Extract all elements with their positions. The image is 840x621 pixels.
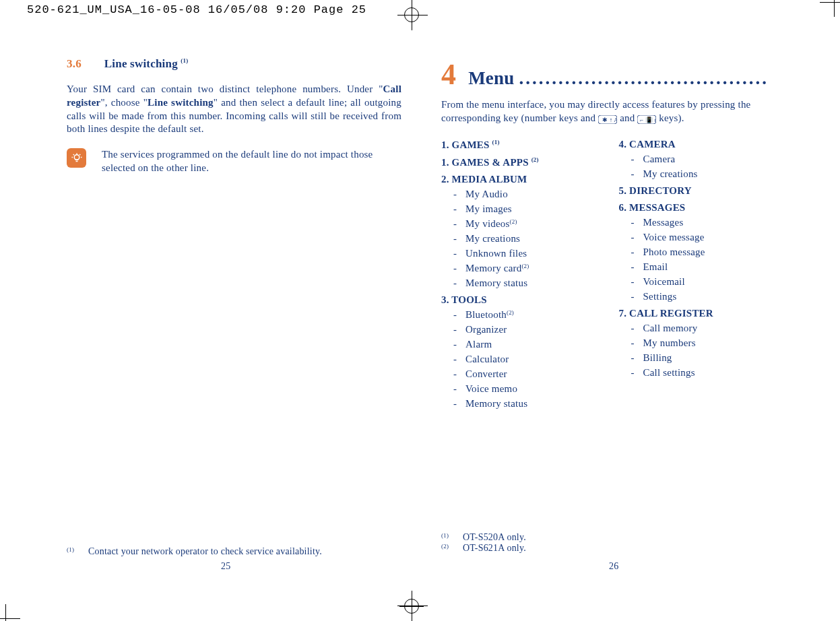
menu-item-label: Email (643, 261, 668, 273)
menu-item-label: My creations (465, 233, 520, 244)
menu-heading: 6. MESSAGES (619, 202, 777, 214)
menu-item-label: Alarm (465, 339, 492, 350)
note-callout: The services programmed on the default l… (67, 148, 401, 175)
menu-item: -Call memory (619, 323, 777, 334)
menu-item-label: Memory status (465, 398, 527, 410)
menu-item-label: Memory card (465, 263, 521, 274)
menu-item-label: Camera (643, 154, 676, 165)
intro-paragraph: From the menu interface, you may directl… (441, 98, 776, 125)
menu-item: -Camera (619, 154, 777, 165)
menu-item-label: Billing (643, 352, 672, 364)
menu-item-label: Voice message (643, 232, 705, 243)
note-text: The services programmed on the default l… (102, 148, 401, 175)
registration-mark-icon (404, 599, 419, 614)
page-left: 3.6 Line switching (1) Your SIM card can… (67, 57, 401, 175)
menu-item-label: Converter (465, 368, 507, 380)
page-number: 25 (221, 561, 230, 572)
menu-item: -Email (619, 261, 777, 273)
footnote: (1) Contact your network operator to che… (67, 546, 322, 557)
menu-item: -Settings (619, 291, 777, 302)
menu-item-label: Unknown files (465, 248, 527, 259)
menu-item-label: My numbers (643, 337, 696, 349)
svg-point-0 (74, 154, 79, 160)
menu-item-label: Memory status (465, 277, 527, 289)
menu-item: -Organizer (441, 324, 599, 335)
menu-item-label: Voice memo (465, 383, 517, 395)
menu-item: -Memory status (441, 398, 599, 410)
menu-item-label: My images (465, 203, 512, 215)
printer-slug-line: 520-621_UM_USA_16-05-08 16/05/08 9:20 Pa… (27, 3, 366, 16)
menu-item-label: Photo message (643, 247, 705, 258)
menu-item: -My videos (2) (441, 218, 599, 230)
menu-item: -Converter (441, 368, 599, 380)
menu-heading: 1. GAMES (1) (441, 139, 599, 151)
menu-item: -Bluetooth (2) (441, 309, 599, 321)
menu-item: -Voicemail (619, 276, 777, 288)
menu-heading: 7. CALL REGISTER (619, 308, 777, 319)
menu-columns: 1. GAMES (1) 1. GAMES & APPS (2) 2. MEDI… (441, 133, 776, 410)
section-number: 3.6 (67, 57, 82, 70)
page-number: 26 (609, 561, 618, 572)
menu-item: -Voice memo (441, 383, 599, 395)
chapter-title: Menu ...................................… (468, 68, 769, 88)
menu-list: -My Audio-My images-My videos (2)-My cre… (441, 189, 599, 289)
menu-item: -Alarm (441, 339, 599, 350)
crop-mark (0, 618, 20, 619)
body-paragraph: Your SIM card can contain two distinct t… (67, 83, 401, 136)
svg-text:⌐ 📳 #: ⌐ 📳 # (640, 116, 656, 124)
menu-item-label: Voicemail (643, 276, 685, 288)
menu-item-label: Organizer (465, 324, 507, 335)
page-right: 4 Menu .................................… (441, 57, 776, 410)
menu-item-label: Call settings (643, 367, 695, 379)
menu-item: -My images (441, 203, 599, 215)
menu-heading: 2. MEDIA ALBUM (441, 174, 599, 185)
menu-item: -Call settings (619, 367, 777, 379)
footnotes: (1)OT-S520A only. (2)OT-S621A only. (441, 532, 526, 554)
menu-list: -Camera-My creations (619, 154, 777, 180)
menu-item: -My Audio (441, 189, 599, 200)
menu-item: -Voice message (619, 232, 777, 243)
menu-item: -Billing (619, 352, 777, 364)
menu-heading: 1. GAMES & APPS (2) (441, 156, 599, 168)
menu-item-label: Settings (643, 291, 677, 302)
menu-heading: 3. TOOLS (441, 294, 599, 306)
menu-column-2: 4. CAMERA -Camera-My creations 5. DIRECT… (619, 133, 777, 410)
menu-item: -My creations (619, 168, 777, 180)
hash-key-icon: ⌐ 📳 # (637, 115, 656, 123)
menu-item-label: Bluetooth (465, 309, 507, 321)
registration-mark-icon (404, 7, 419, 22)
star-key-icon: ✱ ↑ A (598, 115, 617, 123)
crop-mark (820, 2, 840, 3)
menu-list: -Messages-Voice message-Photo message-Em… (619, 217, 777, 302)
section-title: Line switching (1) (104, 57, 189, 70)
menu-item-label: My Audio (465, 189, 508, 200)
lightbulb-icon (67, 148, 86, 168)
menu-list: -Bluetooth (2)-Organizer-Alarm-Calculato… (441, 309, 599, 410)
menu-item: -Calculator (441, 354, 599, 365)
menu-item: -Messages (619, 217, 777, 228)
menu-list: -Call memory-My numbers-Billing-Call set… (619, 323, 777, 379)
menu-item-label: Call memory (643, 323, 698, 334)
menu-heading: 5. DIRECTORY (619, 185, 777, 197)
menu-item: -My creations (441, 233, 599, 244)
section-heading: 3.6 Line switching (1) (67, 57, 401, 71)
menu-item-label: Calculator (465, 354, 509, 365)
menu-heading: 4. CAMERA (619, 139, 777, 150)
menu-item-label: Messages (643, 217, 684, 228)
menu-item-label: My videos (465, 218, 510, 230)
chapter-heading: 4 Menu .................................… (441, 57, 776, 92)
menu-item: -My numbers (619, 337, 777, 349)
menu-item: -Memory card (2) (441, 263, 599, 274)
menu-item: -Memory status (441, 277, 599, 289)
menu-item: -Photo message (619, 247, 777, 258)
menu-item: -Unknown files (441, 248, 599, 259)
menu-item-label: My creations (643, 168, 698, 180)
chapter-number: 4 (441, 57, 456, 92)
svg-text:✱ ↑ A: ✱ ↑ A (602, 117, 617, 123)
menu-column-1: 1. GAMES (1) 1. GAMES & APPS (2) 2. MEDI… (441, 133, 599, 410)
